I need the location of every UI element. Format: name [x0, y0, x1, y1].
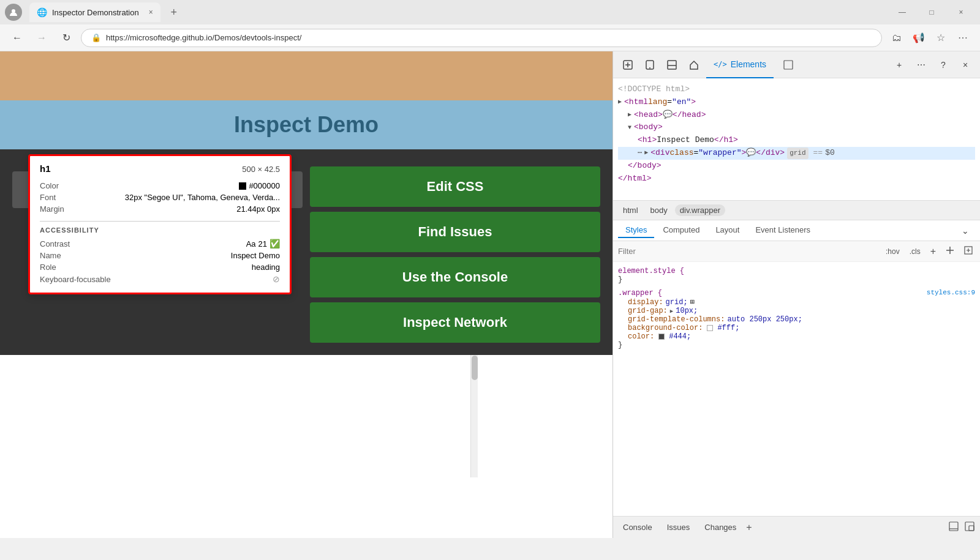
element-style-selector: element.style {	[618, 267, 975, 275]
html-triangle[interactable]: ▶	[618, 97, 622, 107]
help-btn[interactable]: ?	[933, 55, 953, 75]
use-console-btn[interactable]: Use the Console	[310, 257, 600, 297]
close-devtools-btn[interactable]: ×	[956, 55, 975, 75]
name-row: Name Inspect Demo	[40, 250, 280, 261]
grid-icon[interactable]: ⊞	[690, 297, 695, 307]
filter-cls-btn[interactable]: .cls	[907, 246, 923, 257]
favorites-icon[interactable]: ☆	[931, 28, 951, 48]
accessibility-header: ACCESSIBILITY	[40, 221, 280, 234]
accessibility-section: ACCESSIBILITY Contrast Aa 21 ✅ Name Insp…	[40, 221, 280, 285]
edit-css-btn[interactable]: Edit CSS	[310, 166, 600, 207]
more-tools-btn[interactable]: ⋯	[911, 55, 931, 75]
device-mode-btn[interactable]	[640, 55, 660, 75]
breadcrumb-body[interactable]: body	[646, 204, 673, 216]
undock-icon[interactable]	[964, 521, 975, 534]
body-close-line: </body>	[618, 160, 975, 173]
element-style-rule: element.style { }	[618, 267, 975, 284]
issues-tab[interactable]: Issues	[662, 520, 695, 534]
tab-styles[interactable]: Styles	[618, 223, 654, 238]
console-bar: Console Issues Changes +	[613, 516, 980, 538]
page-content: Inspect Demo Edit CSS Find Issues Use th…	[0, 51, 612, 538]
body-triangle[interactable]: ▼	[628, 123, 631, 133]
back-button[interactable]: ←	[7, 28, 27, 48]
minimize-button[interactable]: —	[888, 4, 916, 21]
active-tab[interactable]: 🌐 Inspector Demonstration ×	[29, 2, 160, 22]
right-col: Edit CSS Find Issues Use the Console Ins…	[310, 166, 600, 343]
h1-line[interactable]: <h1> Inspect Demo </h1>	[618, 134, 975, 147]
home-btn[interactable]	[684, 55, 704, 75]
new-tab-button[interactable]: +	[165, 4, 183, 21]
styles-content: element.style { } .wrapper { styles.css:…	[613, 262, 980, 516]
color-value: #000000	[239, 181, 280, 190]
styles-css-link[interactable]: styles.css:9	[927, 289, 975, 296]
styles-expand-btn[interactable]: ⌄	[956, 221, 975, 241]
ellipsis-btn[interactable]: ⋯	[638, 147, 642, 159]
name-label: Name	[40, 251, 61, 260]
contrast-value: Aa 21 ✅	[246, 239, 280, 248]
devtools-more: + ⋯ ? ×	[889, 55, 975, 75]
more-icon[interactable]: ⋯	[953, 28, 973, 48]
tab-close-btn[interactable]: ×	[149, 8, 153, 17]
div-wrapper-line[interactable]: ⋯ ▶ <div class="wrapper" > 💬 </div> grid…	[618, 147, 975, 160]
styles-panel: Styles Computed Layout Event Listeners ⌄…	[613, 220, 980, 516]
find-issues-btn[interactable]: Find Issues	[310, 212, 600, 252]
filter-hov-btn[interactable]: :hov	[883, 246, 902, 257]
inspector-tooltip: h1 500 × 42.5 Color #000000 Font 32px "S…	[28, 154, 292, 294]
svg-rect-10	[965, 522, 974, 531]
tab-layout[interactable]: Layout	[708, 223, 747, 238]
html-line[interactable]: ▶ <html lang="en" >	[618, 96, 975, 109]
margin-value: 21.44px 0px	[236, 204, 280, 214]
contrast-row: Contrast Aa 21 ✅	[40, 237, 280, 250]
tab-title: Inspector Demonstration	[52, 8, 139, 17]
collections-icon[interactable]: 🗂	[887, 28, 907, 48]
refresh-button[interactable]: ↻	[56, 28, 76, 48]
dark-box[interactable]	[658, 334, 665, 340]
dock-bottom-icon[interactable]	[948, 521, 959, 534]
breadcrumb-html[interactable]: html	[618, 204, 643, 216]
tab-computed[interactable]: Computed	[655, 223, 707, 238]
color-row: Color #000000	[40, 180, 280, 192]
new-style-rule-btn[interactable]	[943, 245, 957, 258]
color-swatch-black	[239, 182, 246, 190]
element-size: 500 × 42.5	[242, 165, 280, 174]
name-value: Inspect Demo	[231, 251, 280, 260]
gap-triangle[interactable]: ▶	[670, 308, 673, 315]
code-icon: </>	[714, 60, 727, 69]
dock-btn[interactable]	[662, 55, 682, 75]
address-input[interactable]: 🔒 https://microsoftedge.github.io/Demos/…	[81, 29, 882, 47]
font-value: 32px "Segoe UI", Tahoma, Geneva, Verda..…	[125, 193, 280, 202]
tab-bar: 🌐 Inspector Demonstration × +	[24, 1, 886, 23]
changes-tab[interactable]: Changes	[699, 520, 741, 534]
grid-template-prop: grid-template-columns: auto 250px 250px;	[618, 315, 975, 324]
add-style-rule-btn[interactable]: +	[928, 245, 938, 258]
performance-tab[interactable]	[776, 51, 801, 78]
tooltip-header: h1 500 × 42.5	[40, 163, 280, 174]
div-triangle[interactable]: ▶	[644, 148, 648, 158]
font-row: Font 32px "Segoe UI", Tahoma, Geneva, Ve…	[40, 192, 280, 203]
console-tab[interactable]: Console	[618, 520, 657, 534]
white-box[interactable]	[707, 325, 713, 331]
body-line[interactable]: ▼ <body>	[618, 121, 975, 134]
maximize-button[interactable]: □	[918, 4, 946, 21]
inspect-element-btn[interactable]	[618, 55, 638, 75]
role-value: heading	[252, 263, 280, 272]
head-line[interactable]: ▶ <head> 💬 </head>	[618, 109, 975, 122]
head-triangle[interactable]: ▶	[628, 110, 631, 120]
inspect-network-btn[interactable]: Inspect Network	[310, 302, 600, 343]
add-tab-btn[interactable]: +	[746, 522, 752, 533]
breadcrumb-div-wrapper[interactable]: div.wrapper	[675, 204, 725, 216]
font-label: Font	[40, 193, 56, 202]
tab-event-listeners[interactable]: Event Listeners	[748, 223, 818, 238]
breadcrumb-bar: html body div.wrapper	[613, 201, 980, 220]
styles-tabs: Styles Computed Layout Event Listeners ⌄	[613, 220, 980, 241]
close-button[interactable]: ×	[947, 4, 975, 21]
window-controls: — □ ×	[888, 4, 975, 21]
inspect-style-btn[interactable]	[962, 245, 975, 258]
forward-button: →	[32, 28, 51, 48]
add-panel-btn[interactable]: +	[889, 55, 909, 75]
elements-tab[interactable]: </> Elements	[706, 51, 774, 78]
svg-rect-8	[949, 522, 958, 531]
read-aloud-icon[interactable]: 📢	[909, 28, 929, 48]
svg-rect-4	[668, 61, 676, 69]
filter-input[interactable]	[618, 247, 878, 256]
